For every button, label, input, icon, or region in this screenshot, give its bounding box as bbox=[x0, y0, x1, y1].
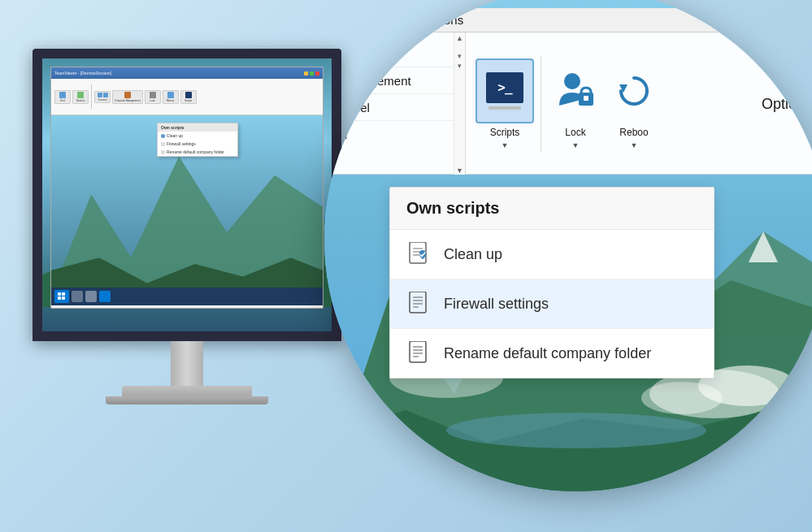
tab-actions[interactable]: ⚡ Actions bbox=[397, 8, 470, 32]
tab-home[interactable]: Home bbox=[324, 8, 397, 32]
svg-rect-25 bbox=[584, 96, 588, 101]
ribbon-btn-session[interactable]: Session bbox=[72, 90, 89, 104]
scripts-arrow: ▼ bbox=[502, 141, 509, 149]
lock-btn-box[interactable] bbox=[548, 58, 603, 123]
reboot-label: Reboo bbox=[619, 127, 648, 138]
management-text: r Management bbox=[324, 67, 454, 94]
tv-title: TeamViewer - [RemoteSession] bbox=[54, 71, 111, 76]
mini-item-rename[interactable]: Rename default company folder bbox=[158, 148, 237, 156]
svg-rect-31 bbox=[410, 292, 426, 313]
ribbon-btn-management[interactable]: Computer Management bbox=[112, 90, 143, 104]
prompt-text: rompt bbox=[324, 41, 454, 67]
auto-text: Au bbox=[324, 121, 454, 147]
scroll-up-arrow[interactable]: ▲ bbox=[456, 34, 463, 42]
ribbon-scrollbar: ▲ ▾ ▾ ▼ bbox=[454, 32, 466, 175]
terminal-icon: >_ bbox=[486, 72, 523, 103]
reboot-btn-box[interactable] bbox=[610, 58, 658, 123]
mini-item-firewall[interactable]: Firewall settings bbox=[158, 140, 237, 148]
document-icon-firewall bbox=[409, 292, 430, 316]
screen-content: TeamViewer - [RemoteSession] End bbox=[42, 58, 332, 331]
ribbon-divider-1 bbox=[541, 55, 541, 153]
ribbon-bar: Home ⚡ Actions rompt r Management l Pane… bbox=[324, 8, 812, 175]
ribbon-buttons: >_ Scripts ▼ bbox=[466, 32, 812, 175]
svg-rect-10 bbox=[58, 296, 61, 300]
lock-button[interactable]: Lock ▼ bbox=[548, 58, 603, 149]
ribbon-btn-end[interactable]: End bbox=[54, 90, 71, 104]
cleanup-label: Clean up bbox=[444, 246, 502, 263]
tab-actions-label: Actions bbox=[423, 13, 463, 27]
ribbon-left-labels: rompt r Management l Panel Au bbox=[324, 32, 454, 175]
ribbon-btn-scripts[interactable]: Scripts bbox=[180, 90, 197, 104]
rename-label: Rename default company folder bbox=[444, 345, 651, 362]
tv-titlebar: TeamViewer - [RemoteSession] bbox=[51, 67, 323, 79]
mini-item-cleanup[interactable]: Clean up bbox=[158, 132, 237, 140]
shield-document-icon bbox=[408, 242, 431, 266]
options-label[interactable]: Options bbox=[762, 95, 812, 112]
scripts-btn-box[interactable]: >_ bbox=[475, 58, 534, 123]
search-taskbar[interactable] bbox=[72, 291, 83, 302]
ribbon-btn-lock[interactable]: Lock bbox=[145, 90, 161, 104]
start-button[interactable] bbox=[54, 290, 69, 303]
firewall-label: Firewall settings bbox=[444, 296, 549, 313]
svg-point-23 bbox=[564, 73, 580, 89]
lightning-icon: ⚡ bbox=[403, 11, 420, 28]
mini-dropdown-header: Own scripts bbox=[158, 123, 237, 132]
svg-rect-36 bbox=[410, 341, 426, 362]
mini-scripts-dropdown: Own scripts Clean up Firewall settings R… bbox=[157, 123, 238, 157]
tv-taskbar-icon[interactable] bbox=[99, 291, 111, 302]
scroll-mid-arrow[interactable]: ▾ bbox=[458, 52, 462, 60]
dropdown-item-cleanup[interactable]: Clean up bbox=[390, 230, 714, 279]
rename-icon bbox=[406, 340, 432, 366]
monitor-neck bbox=[171, 341, 203, 390]
reboot-button[interactable]: Reboo ▼ bbox=[610, 58, 658, 149]
scripts-dropdown-menu: Own scripts Clean up bbox=[389, 187, 714, 378]
svg-rect-11 bbox=[62, 296, 65, 300]
lock-arrow: ▼ bbox=[572, 141, 580, 149]
ribbon-content: rompt r Management l Panel Au ▲ ▾ ▾ ▼ bbox=[324, 32, 812, 175]
scripts-label: Scripts bbox=[490, 127, 520, 138]
dropdown-header: Own scripts bbox=[390, 188, 714, 230]
windows-logo bbox=[58, 292, 66, 301]
cleanup-icon bbox=[406, 241, 432, 267]
teamviewer-window: TeamViewer - [RemoteSession] End bbox=[50, 67, 323, 309]
scripts-button[interactable]: >_ Scripts ▼ bbox=[475, 58, 534, 149]
ribbon-btn-connect[interactable]: Connect bbox=[94, 91, 111, 103]
panel-text: l Panel bbox=[324, 94, 454, 121]
tab-home-label: Home bbox=[344, 13, 376, 27]
ribbon-tabs: Home ⚡ Actions bbox=[324, 8, 812, 32]
scroll-mid-arrow2[interactable]: ▾ bbox=[458, 62, 462, 70]
dropdown-item-rename[interactable]: Rename default company folder bbox=[390, 329, 714, 378]
circle-overlay: Home ⚡ Actions rompt r Management l Pane… bbox=[324, 0, 812, 491]
firewall-icon bbox=[406, 291, 432, 317]
scroll-down-arrow[interactable]: ▼ bbox=[456, 167, 463, 175]
tv-taskbar bbox=[51, 288, 323, 305]
document-icon-rename bbox=[409, 341, 430, 365]
svg-point-18 bbox=[446, 413, 706, 448]
taskview-taskbar[interactable] bbox=[85, 291, 97, 302]
lock-person-icon bbox=[556, 70, 595, 112]
lock-label: Lock bbox=[565, 127, 585, 138]
svg-rect-8 bbox=[58, 292, 61, 296]
monitor: TeamViewer - [RemoteSession] End bbox=[16, 49, 358, 471]
terminal-line bbox=[489, 106, 521, 110]
svg-rect-9 bbox=[62, 292, 65, 296]
dropdown-item-firewall[interactable]: Firewall settings bbox=[390, 279, 714, 329]
monitor-foot bbox=[106, 396, 268, 404]
monitor-screen: TeamViewer - [RemoteSession] End bbox=[33, 49, 341, 341]
svg-point-21 bbox=[641, 382, 723, 414]
reboot-icon bbox=[616, 73, 652, 109]
ribbon-btn-reboot[interactable]: Reboot bbox=[163, 90, 179, 104]
reboot-arrow: ▼ bbox=[631, 141, 638, 149]
